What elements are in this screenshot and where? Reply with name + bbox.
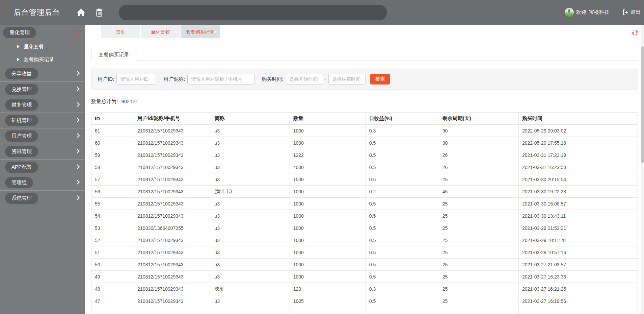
table-cell: 2021-03-29 21:52:21: [519, 222, 638, 234]
table-cell: 1000: [290, 198, 366, 210]
table-cell: 52: [91, 234, 134, 246]
nickname-input[interactable]: [187, 74, 255, 84]
table-cell: 2021-03-27 21:03:57: [519, 259, 638, 271]
chevron-right-icon: [77, 117, 80, 124]
chevron-right-icon: [77, 133, 80, 139]
table-cell: 1005: [290, 295, 366, 307]
table-cell: 2021-03-30 15:08:57: [519, 198, 638, 210]
search-button[interactable]: 搜索: [370, 74, 390, 84]
sidebar-subitem-purchase-records[interactable]: 套餐购买记录: [0, 53, 85, 66]
table-cell: 210812/15710029343: [134, 186, 211, 198]
header-search-input[interactable]: [119, 5, 387, 20]
end-time-input[interactable]: [328, 74, 366, 84]
chevron-right-icon: [77, 148, 80, 155]
table-cell: 2021-03-27 16:23:33: [519, 271, 638, 283]
logout-icon: [623, 9, 628, 15]
sidebar-item-label: 系统管理: [5, 193, 38, 204]
tab-quant-package[interactable]: 量化套餐 ×: [141, 25, 180, 38]
sidebar-item-system-manage[interactable]: 系统管理: [0, 191, 85, 206]
table-cell: 55: [91, 198, 134, 210]
table-cell: 54: [91, 210, 134, 222]
table-cell: u3: [211, 125, 290, 137]
home-icon[interactable]: [76, 8, 86, 17]
sidebar-subitem-quant-package[interactable]: 量化套餐: [0, 40, 85, 53]
table-cell: 0.5: [366, 222, 439, 234]
records-table: ID 用户id/昵称/手机号 简称 数量 日收益(%) 剩余周期(天) 购买时间…: [91, 112, 638, 314]
table-cell: 45: [439, 186, 518, 198]
sidebar-item-share-income[interactable]: 分享收益: [0, 66, 85, 81]
user-id-input[interactable]: [116, 74, 155, 84]
table-cell: 58: [91, 161, 134, 173]
sidebar-section: 用户管理: [0, 128, 85, 144]
tab-home[interactable]: 首页: [101, 25, 140, 38]
start-time-input[interactable]: [286, 74, 323, 84]
table-cell: 25: [439, 271, 518, 283]
total-label: 数量总计为:: [91, 98, 118, 104]
table-cell: 2021-03-30 20:15:54: [519, 173, 638, 186]
table-cell: [439, 307, 518, 314]
tab-purchase-records[interactable]: 套餐购买记录 ×: [181, 25, 220, 38]
table-cell: u3: [211, 234, 290, 246]
sidebar-item-label: 量化管理: [3, 27, 36, 38]
table-cell: 25: [439, 295, 518, 307]
sidebar-item-label: APP配置: [5, 162, 38, 173]
table-cell: 49: [91, 271, 134, 283]
sidebar-item-exchange-manage[interactable]: 兑换管理: [0, 82, 85, 97]
sidebar-item-app-config[interactable]: APP配置: [0, 160, 85, 175]
sidebar-item-admin-group[interactable]: 管理组: [0, 175, 85, 190]
sidebar-item-news-manage[interactable]: 资讯管理: [0, 144, 85, 159]
caret-right-icon: [17, 58, 20, 61]
col-header-id: ID: [91, 113, 134, 125]
sidebar-item-finance-manage[interactable]: 财务管理: [0, 97, 85, 113]
refresh-icon: [631, 29, 639, 36]
logout-button[interactable]: 退出: [623, 9, 641, 16]
tab-label: 首页: [116, 29, 125, 34]
vertical-scrollbar[interactable]: [641, 25, 644, 314]
table-cell: 0.5: [366, 161, 439, 173]
table-cell: u3: [211, 271, 290, 283]
table-cell: 1000: [290, 246, 366, 259]
table-cell: 26: [439, 161, 518, 173]
table-cell: 0.3: [366, 125, 439, 137]
app-title: 后台管理后台: [14, 7, 60, 18]
table-cell: 0.5: [366, 234, 439, 246]
home-icon-glyph: [77, 8, 85, 17]
table-cell: 2022-05-29 09:03:02: [519, 125, 638, 137]
sidebar-item-miner-manage[interactable]: 矿机管理: [0, 113, 85, 128]
table-cell: 210812/15710029343: [134, 246, 211, 259]
table-cell: u3: [211, 137, 290, 149]
app-header: 后台管理后台 欢迎, 宝楼科技 退出: [0, 0, 644, 25]
sidebar-section: 管理组: [0, 175, 85, 191]
panel-tab-purchase-records[interactable]: 套餐购买记录: [91, 48, 136, 61]
table-row: 60210812/15710029343u310000.5302022-05-2…: [91, 137, 638, 149]
page-content: 套餐购买记录 用户ID: 用户昵称: 购买时间: - 搜索 数量总计为:9021…: [85, 48, 644, 314]
sidebar-item-user-manage[interactable]: 用户管理: [0, 128, 85, 144]
table-row: [91, 307, 638, 314]
sidebar-item-quant-manage[interactable]: 量化管理: [0, 25, 85, 40]
table-cell: 1000: [290, 210, 366, 222]
table-cell: 50: [91, 259, 134, 271]
table-cell: 1000: [290, 173, 366, 186]
table-cell: 2021-03-27 16:21:25: [519, 283, 638, 295]
tab-label: 套餐购买记录: [186, 29, 214, 34]
table-cell: [519, 307, 638, 314]
table-row: 48210812/15710029343映射1230.3252021-03-27…: [91, 283, 638, 295]
table-cell: 25: [439, 173, 518, 186]
sidebar-section: APP配置: [0, 160, 85, 175]
close-icon[interactable]: ×: [214, 29, 217, 34]
trash-icon[interactable]: [95, 8, 104, 17]
table-cell: 1222: [290, 149, 366, 161]
total-value: 902121: [121, 98, 138, 104]
refresh-button[interactable]: [631, 29, 639, 36]
table-row: 55210812/15710029343u310000.5252021-03-3…: [91, 198, 638, 210]
table-cell: 210812/15710029343: [134, 210, 211, 222]
table-cell: 2021-03-31 16:23:50: [519, 161, 638, 173]
table-cell: 210812/15710029343: [134, 125, 211, 137]
chevron-right-icon: [77, 179, 80, 186]
table-cell: u3: [211, 149, 290, 161]
sidebar-section: 矿机管理: [0, 113, 85, 128]
sidebar-item-label: 资讯管理: [5, 146, 38, 157]
close-icon[interactable]: ×: [174, 29, 177, 34]
table-cell: 53: [91, 222, 134, 234]
scrollbar-thumb[interactable]: [641, 46, 644, 163]
